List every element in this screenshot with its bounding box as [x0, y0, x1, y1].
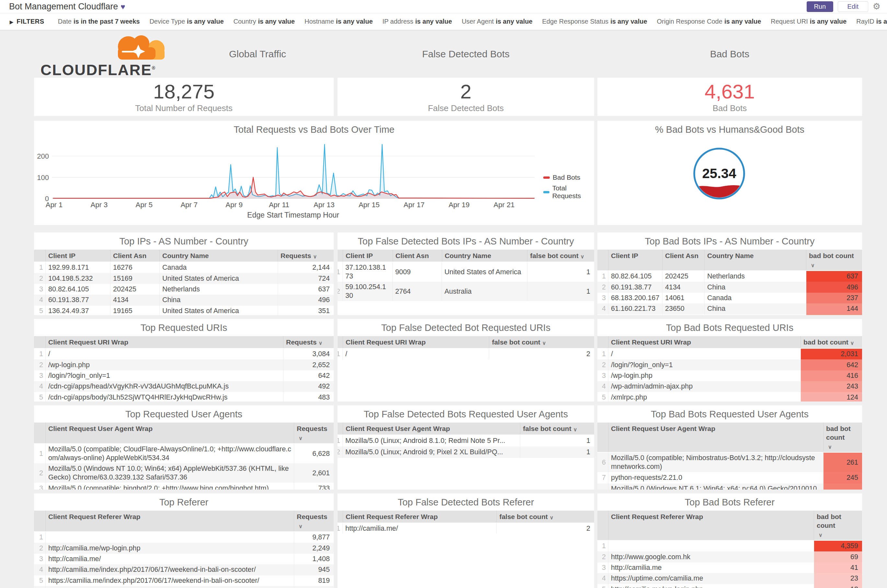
- column-header[interactable]: bad bot count∨: [814, 511, 862, 540]
- column-header[interactable]: false bot count∨: [520, 423, 594, 435]
- column-header[interactable]: Client Request URI Wrap: [608, 336, 801, 348]
- sort-desc-icon: ∨: [580, 252, 585, 261]
- text-cell: http://camilia.me/wp-login.php: [608, 584, 814, 588]
- column-header[interactable]: bad bot count∨: [824, 423, 862, 452]
- filters-toggle[interactable]: ▶FILTERS: [10, 18, 44, 25]
- chart-title: Total Requests vs Bad Bots Over Time: [34, 121, 594, 138]
- value-cell: 41: [814, 562, 862, 573]
- text-cell: 4134: [110, 295, 160, 305]
- column-header[interactable]: Country Name: [705, 250, 806, 270]
- column-header[interactable]: [34, 250, 46, 262]
- column-header[interactable]: Country Name: [442, 250, 528, 262]
- column-header[interactable]: bad bot count∨: [801, 336, 862, 348]
- column-header[interactable]: [34, 423, 46, 443]
- column-header[interactable]: [338, 423, 343, 435]
- filter-value: is in the past 7 weeks: [74, 18, 140, 25]
- row-index: 1: [34, 262, 46, 273]
- series-area: [53, 144, 535, 198]
- column-header[interactable]: Requests∨: [283, 336, 334, 348]
- legend-item[interactable]: Total Requests: [543, 184, 594, 200]
- filter-value: is any value: [725, 18, 761, 25]
- column-header[interactable]: Requests∨: [278, 250, 334, 262]
- run-button[interactable]: Run: [807, 1, 833, 12]
- row-index: 3: [34, 284, 46, 295]
- row-index: 5: [34, 306, 46, 315]
- column-header[interactable]: Client Request Referer Wrap: [46, 511, 294, 531]
- filter-item[interactable]: RayIDis any value: [856, 18, 887, 25]
- column-header[interactable]: Client IP: [343, 250, 393, 262]
- column-header[interactable]: false bot count∨: [528, 250, 594, 262]
- column-header-label: Country Name: [707, 251, 754, 260]
- value-cell: 2,144: [278, 262, 334, 273]
- column-header[interactable]: [338, 336, 343, 348]
- column-header[interactable]: Client Asn: [393, 250, 442, 262]
- column-header[interactable]: [34, 511, 46, 531]
- filter-item[interactable]: Countryis any value: [234, 18, 295, 25]
- table-row: 5https://camilia.me/index.php/2017/06/17…: [34, 575, 334, 586]
- column-header[interactable]: Client Request User Agent Wrap: [46, 423, 294, 443]
- filter-item[interactable]: Edge Response Statusis any value: [542, 18, 647, 25]
- value-cell: 733: [294, 483, 334, 490]
- filter-item[interactable]: Hostnameis any value: [305, 18, 373, 25]
- text-cell: 80.82.64.105: [608, 271, 663, 282]
- filter-item[interactable]: IP addressis any value: [383, 18, 452, 25]
- column-header-label: bad bot count: [803, 338, 848, 346]
- legend-item[interactable]: Bad Bots: [543, 174, 594, 182]
- text-cell: /wp-admin/admin-ajax.php: [608, 381, 801, 392]
- table-row: 6https://camilia.me/458: [34, 586, 334, 588]
- text-cell: 15169: [110, 273, 160, 284]
- column-header[interactable]: Client Request User Agent Wrap: [608, 423, 824, 452]
- table-row: 2/wp-login.php2,652: [34, 359, 334, 370]
- value-cell: 492: [283, 381, 334, 392]
- text-cell: Mozilla/5.0 (compatible; CloudFlare-Alwa…: [46, 444, 294, 464]
- sort-desc-icon: ∨: [828, 442, 832, 452]
- column-header[interactable]: [597, 511, 608, 540]
- text-cell: 104.198.5.232: [46, 273, 110, 284]
- column-header[interactable]: bad bot count∨: [806, 250, 862, 270]
- column-header[interactable]: false bot count∨: [497, 511, 594, 523]
- filter-item[interactable]: Request URIis any value: [771, 18, 846, 25]
- value-cell: 483: [283, 392, 334, 402]
- table-row: 2/login/?login_only=1642: [597, 359, 862, 370]
- column-header[interactable]: false bot count∨: [489, 336, 594, 348]
- row-index: 1: [34, 349, 46, 359]
- column-header-label: Client Request User Agent Wrap: [48, 424, 153, 433]
- filter-item[interactable]: Origin Response Codeis any value: [657, 18, 761, 25]
- column-header[interactable]: Client Asn: [110, 250, 160, 262]
- value-cell: 1: [520, 435, 594, 447]
- column-header[interactable]: Client Asn: [663, 250, 705, 270]
- filter-item[interactable]: User Agentis any value: [462, 18, 532, 25]
- column-header[interactable]: [597, 336, 608, 348]
- column-header[interactable]: Client Request URI Wrap: [46, 336, 283, 348]
- column-header[interactable]: [597, 423, 608, 452]
- table-header-row: Client Request URI WrapRequests∨: [34, 336, 334, 349]
- table-row: 2104.198.5.23215169United States of Amer…: [34, 273, 334, 284]
- column-header[interactable]: Client IP: [46, 250, 110, 262]
- column-header[interactable]: Country Name: [160, 250, 278, 262]
- value-cell: 237: [806, 293, 862, 303]
- table-row: 2Mozilla/5.0 (Linux; Android 9; Pixel 2 …: [338, 447, 594, 458]
- gear-icon[interactable]: ⚙: [873, 2, 881, 11]
- edit-button[interactable]: Edit: [838, 1, 868, 12]
- column-header[interactable]: Client Request User Agent Wrap: [343, 423, 520, 435]
- filter-item[interactable]: Dateis in the past 7 weeks: [58, 18, 140, 25]
- table-row: 2Mozilla/5.0 (Windows NT 10.0; Win64; x6…: [34, 464, 334, 483]
- column-header[interactable]: Requests∨: [294, 423, 334, 443]
- column-header[interactable]: Client IP: [608, 250, 663, 270]
- column-header[interactable]: [34, 336, 46, 348]
- column-header[interactable]: Requests∨: [294, 511, 334, 531]
- text-cell: https://camilia.me/index.php/2017/06/17/…: [46, 575, 294, 586]
- column-header[interactable]: [338, 511, 343, 523]
- column-header[interactable]: Client Request Referer Wrap: [343, 511, 497, 523]
- column-header[interactable]: Client Request URI Wrap: [343, 336, 489, 348]
- column-header[interactable]: [597, 250, 608, 270]
- filter-field: Origin Response Code: [657, 18, 722, 25]
- row-index: 4: [34, 564, 46, 575]
- sort-desc-icon: ∨: [313, 252, 317, 261]
- value-cell: 945: [294, 564, 334, 575]
- kpi-label: False Detected Bots: [338, 103, 594, 113]
- filter-item[interactable]: Device Typeis any value: [149, 18, 224, 25]
- text-cell: /: [343, 349, 489, 359]
- column-header[interactable]: Client Request Referer Wrap: [608, 511, 814, 540]
- column-header[interactable]: [338, 250, 343, 262]
